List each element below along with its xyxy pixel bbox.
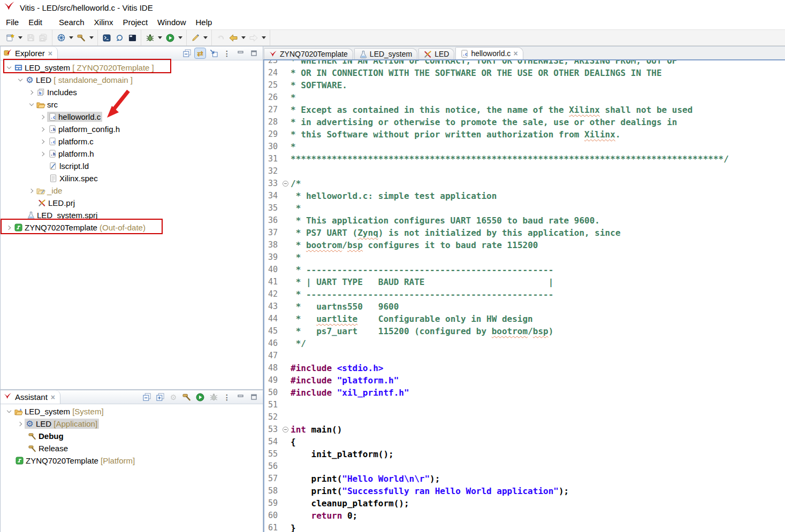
explorer-item-lscript_ld[interactable]: lscript.ld bbox=[1, 160, 263, 172]
fold-marker-icon[interactable] bbox=[283, 427, 291, 433]
code-line-35[interactable]: 35 * bbox=[264, 202, 785, 214]
code-line-46[interactable]: 46 */ bbox=[264, 337, 785, 350]
explorer-item-_ide[interactable]: _ide bbox=[1, 184, 263, 197]
explorer-item-zynq7020template[interactable]: ZYNQ7020Template (Out-of-date) bbox=[1, 221, 263, 234]
editor-tab-led[interactable]: LED bbox=[418, 48, 454, 59]
code-line-25[interactable]: 25* SOFTWARE. bbox=[264, 79, 785, 91]
expander-collapsed-icon[interactable] bbox=[39, 152, 47, 156]
expander-collapsed-icon[interactable] bbox=[39, 115, 47, 119]
editor-tab-zynq7020template[interactable]: ZYNQ7020Template bbox=[264, 48, 353, 59]
explorer-item-platform_c[interactable]: .cplatform.c bbox=[1, 135, 263, 148]
code-line-39[interactable]: 39 * bbox=[264, 251, 785, 264]
explorer-item-includes[interactable]: hIncludes bbox=[1, 86, 263, 98]
menu-item-xilinx[interactable]: Xilinx bbox=[89, 16, 118, 28]
code-line-26[interactable]: 26* bbox=[264, 91, 785, 104]
code-line-41[interactable]: 41 * | UART TYPE BAUD RATE | bbox=[264, 276, 785, 288]
dropdown-arrow-icon[interactable] bbox=[260, 36, 268, 39]
code-line-54[interactable]: 54{ bbox=[264, 436, 785, 448]
assistant-run-button[interactable] bbox=[195, 392, 205, 402]
menu-item-file[interactable]: File bbox=[1, 16, 24, 28]
explorer-link-editor-button[interactable]: ⇄ bbox=[195, 48, 205, 58]
editor-tab-led_system[interactable]: LED_system bbox=[354, 48, 417, 59]
code-line-47[interactable]: 47 bbox=[264, 350, 785, 362]
explorer-item-src[interactable]: src bbox=[1, 98, 263, 111]
assistant-view-menu-button[interactable]: ⋮ bbox=[222, 392, 232, 402]
code-line-51[interactable]: 51 bbox=[264, 399, 785, 411]
code-line-44[interactable]: 44 * uartlite Configurable only in HW de… bbox=[264, 313, 785, 325]
assistant-item-led_app[interactable]: ⚙LED [Application] bbox=[1, 418, 263, 430]
flash-pen-button[interactable] bbox=[189, 32, 202, 44]
explorer-view-menu-button[interactable]: ⋮ bbox=[222, 48, 232, 58]
terminal-button[interactable] bbox=[100, 32, 113, 44]
code-line-38[interactable]: 38 * bootrom/bsp configures it to baud r… bbox=[264, 239, 785, 251]
dropdown-arrow-icon[interactable] bbox=[177, 36, 184, 39]
assistant-item-release[interactable]: Release bbox=[1, 442, 263, 454]
code-line-28[interactable]: 28* in advertising or otherwise to promo… bbox=[264, 116, 785, 128]
explorer-item-xilinx_spec[interactable]: Xilinx.spec bbox=[1, 172, 263, 184]
expander-expanded-icon[interactable] bbox=[5, 67, 13, 68]
code-line-49[interactable]: 49#include "platform.h" bbox=[264, 374, 785, 387]
code-line-24[interactable]: 24* OR IN CONNECTION WITH THE SOFTWARE O… bbox=[264, 67, 785, 79]
code-line-34[interactable]: 34 * helloworld.c: simple test applicati… bbox=[264, 190, 785, 202]
explorer-item-platform_h[interactable]: .hplatform.h bbox=[1, 148, 263, 160]
explorer-item-led_prj[interactable]: LED.prj bbox=[1, 197, 263, 209]
code-line-48[interactable]: 48#include <stdio.h> bbox=[264, 362, 785, 374]
code-line-45[interactable]: 45 * ps7_uart 115200 (configured by boot… bbox=[264, 325, 785, 337]
code-line-42[interactable]: 42 * -----------------------------------… bbox=[264, 288, 785, 300]
assistant-maximize-button[interactable] bbox=[248, 392, 259, 402]
code-line-33[interactable]: 33/* bbox=[264, 178, 785, 190]
code-line-57[interactable]: 57 print("Hello World\n\r"); bbox=[264, 473, 785, 485]
code-line-36[interactable]: 36 * This application configures UART 16… bbox=[264, 214, 785, 227]
menu-item-edit[interactable]: Edit bbox=[24, 16, 47, 28]
assistant-item-led_system_sys[interactable]: sLED_system [System] bbox=[1, 405, 263, 418]
assistant-minimize-button[interactable] bbox=[235, 392, 246, 402]
explorer-item-led[interactable]: ⚙LED [ standalone_domain ] bbox=[1, 74, 263, 86]
code-line-53[interactable]: 53int main() bbox=[264, 423, 785, 436]
code-line-32[interactable]: 32 bbox=[264, 165, 785, 178]
code-viewport[interactable]: 23* WHETHER IN AN ACTION OF CONTRACT, TO… bbox=[263, 60, 785, 532]
tab-explorer[interactable]: Explorer × bbox=[1, 47, 58, 60]
assistant-collapse-all-button[interactable] bbox=[141, 392, 152, 402]
explorer-import-into-button[interactable] bbox=[208, 48, 219, 58]
close-icon[interactable]: × bbox=[51, 394, 55, 401]
code-line-59[interactable]: 59 cleanup_platform(); bbox=[264, 497, 785, 510]
expander-collapsed-icon[interactable] bbox=[16, 422, 25, 426]
code-line-58[interactable]: 58 print("Successfully ran Hello World a… bbox=[264, 485, 785, 497]
code-line-50[interactable]: 50#include "xil_printf.h" bbox=[264, 387, 785, 399]
explorer-item-platform_config_h[interactable]: .hplatform_config.h bbox=[1, 123, 263, 135]
code-line-56[interactable]: 56 bbox=[264, 460, 785, 473]
dropdown-arrow-icon[interactable] bbox=[156, 36, 164, 39]
menu-item-help[interactable]: Help bbox=[190, 16, 217, 28]
explorer-item-led_system[interactable]: LED_system [ ZYNQ7020Template ] bbox=[1, 61, 263, 74]
expander-collapsed-icon[interactable] bbox=[39, 140, 47, 143]
code-line-61[interactable]: 61} bbox=[264, 522, 785, 532]
debug-bug-button[interactable] bbox=[143, 32, 156, 44]
code-line-27[interactable]: 27* Except as contained in this notice, … bbox=[264, 104, 785, 116]
explorer-minimize-button[interactable] bbox=[235, 48, 246, 58]
code-line-40[interactable]: 40 * -----------------------------------… bbox=[264, 264, 785, 276]
dropdown-arrow-icon[interactable] bbox=[240, 36, 247, 39]
close-icon[interactable]: × bbox=[48, 50, 52, 57]
console-button[interactable] bbox=[126, 32, 139, 44]
tab-assistant[interactable]: Assistant × bbox=[1, 390, 60, 404]
dropdown-arrow-icon[interactable] bbox=[67, 36, 75, 39]
build-hammer-button[interactable] bbox=[75, 32, 88, 44]
code-line-52[interactable]: 52 bbox=[264, 411, 785, 423]
back-arrow-button[interactable] bbox=[227, 32, 240, 44]
menu-item-search[interactable]: Search bbox=[54, 16, 89, 28]
expander-expanded-icon[interactable] bbox=[27, 104, 36, 105]
fold-marker-icon[interactable] bbox=[283, 181, 291, 187]
explorer-maximize-button[interactable] bbox=[248, 48, 259, 58]
expander-collapsed-icon[interactable] bbox=[27, 91, 36, 94]
assistant-item-zynq7020template_platform[interactable]: ZYNQ7020Template [Platform] bbox=[1, 454, 263, 467]
close-icon[interactable]: × bbox=[513, 50, 517, 57]
code-line-31[interactable]: 31**************************************… bbox=[264, 153, 785, 165]
code-line-43[interactable]: 43 * uartns550 9600 bbox=[264, 300, 785, 313]
code-line-30[interactable]: 30* bbox=[264, 141, 785, 153]
code-line-55[interactable]: 55 init_platform(); bbox=[264, 448, 785, 460]
debug-attach-button[interactable] bbox=[113, 32, 126, 44]
explorer-collapse-all-button[interactable] bbox=[181, 48, 192, 58]
explorer-item-led_system_sprj[interactable]: LED_system.sprj bbox=[1, 209, 263, 221]
code-line-60[interactable]: 60 return 0; bbox=[264, 510, 785, 522]
code-line-37[interactable]: 37 * PS7 UART (Zynq) is not initialized … bbox=[264, 227, 785, 239]
